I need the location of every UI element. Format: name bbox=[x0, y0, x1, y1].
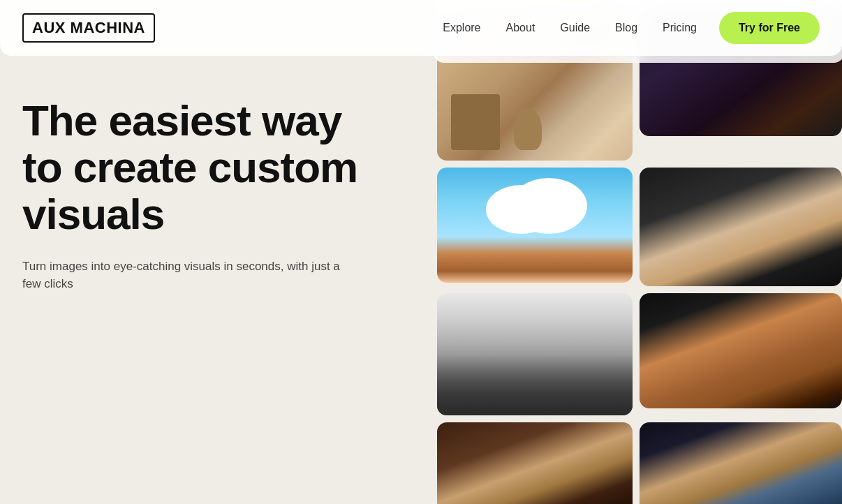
image-freckled bbox=[640, 293, 842, 408]
image-bridge bbox=[437, 293, 633, 415]
navbar: AUX MACHINA Explore About Guide Blog Pri… bbox=[0, 0, 842, 56]
nav-about[interactable]: About bbox=[506, 22, 536, 34]
try-free-button[interactable]: Try for Free bbox=[719, 12, 820, 44]
image-blue-eyes bbox=[640, 422, 842, 504]
site-logo[interactable]: AUX MACHINA bbox=[22, 13, 155, 43]
image-young-man bbox=[437, 422, 633, 504]
nav-links: Explore About Guide Blog Pricing bbox=[443, 22, 697, 34]
hero-subtitle: Turn images into eye-catching visuals in… bbox=[22, 258, 344, 293]
nav-blog[interactable]: Blog bbox=[615, 22, 637, 34]
hero-title: The easiest way to create custom visuals bbox=[22, 98, 391, 238]
hero-section: The easiest way to create custom visuals… bbox=[0, 70, 419, 293]
nav-guide[interactable]: Guide bbox=[560, 22, 590, 34]
image-icecream bbox=[437, 168, 633, 283]
image-grid bbox=[430, 0, 842, 504]
image-blond bbox=[640, 168, 842, 286]
nav-explore[interactable]: Explore bbox=[443, 22, 480, 34]
nav-pricing[interactable]: Pricing bbox=[663, 22, 697, 34]
